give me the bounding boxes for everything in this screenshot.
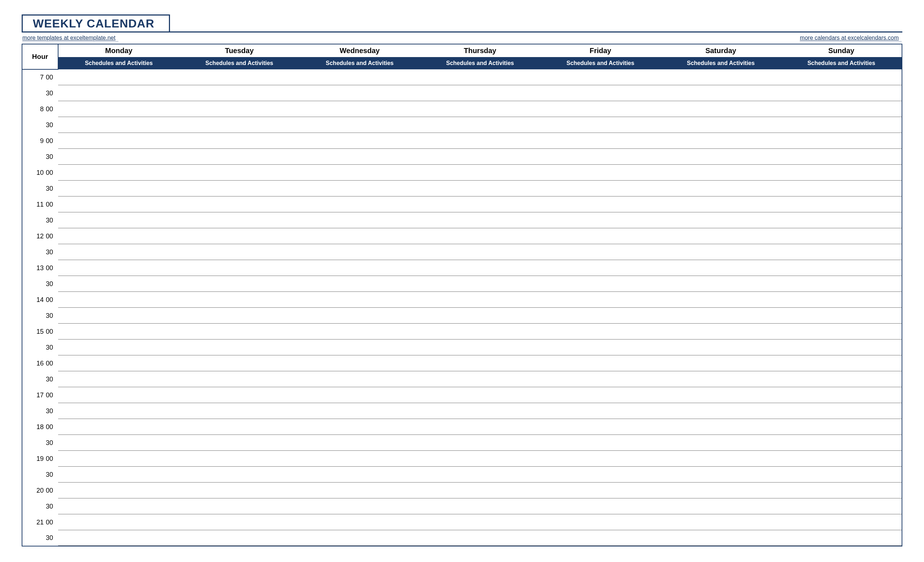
schedule-cell[interactable] (420, 467, 540, 482)
schedule-cell[interactable] (540, 260, 660, 276)
schedule-cell[interactable] (781, 149, 902, 165)
schedule-cell[interactable] (179, 165, 299, 180)
schedule-cell[interactable] (660, 403, 781, 419)
schedule-cell[interactable] (420, 85, 540, 101)
schedule-cell[interactable] (179, 435, 299, 451)
schedule-cell[interactable] (300, 435, 420, 451)
schedule-cell[interactable] (781, 451, 902, 467)
schedule-cell[interactable] (179, 244, 299, 260)
schedule-cell[interactable] (781, 180, 902, 197)
schedule-cell[interactable] (179, 467, 299, 482)
schedule-cell[interactable] (58, 308, 179, 324)
schedule-cell[interactable] (179, 149, 299, 165)
schedule-cell[interactable] (420, 101, 540, 117)
schedule-cell[interactable] (58, 482, 179, 499)
schedule-cell[interactable] (540, 340, 660, 355)
schedule-cell[interactable] (179, 228, 299, 244)
schedule-cell[interactable] (420, 228, 540, 244)
schedule-cell[interactable] (660, 340, 781, 355)
schedule-cell[interactable] (420, 133, 540, 149)
schedule-cell[interactable] (660, 244, 781, 260)
schedule-cell[interactable] (58, 228, 179, 244)
schedule-cell[interactable] (781, 133, 902, 149)
schedule-cell[interactable] (660, 482, 781, 499)
schedule-cell[interactable] (420, 355, 540, 371)
schedule-cell[interactable] (300, 355, 420, 371)
schedule-cell[interactable] (420, 435, 540, 451)
schedule-cell[interactable] (660, 419, 781, 435)
schedule-cell[interactable] (660, 308, 781, 324)
schedule-cell[interactable] (420, 260, 540, 276)
schedule-cell[interactable] (58, 419, 179, 435)
schedule-cell[interactable] (58, 355, 179, 371)
schedule-cell[interactable] (420, 499, 540, 514)
schedule-cell[interactable] (58, 165, 179, 180)
schedule-cell[interactable] (300, 180, 420, 197)
schedule-cell[interactable] (781, 371, 902, 387)
schedule-cell[interactable] (58, 133, 179, 149)
schedule-cell[interactable] (179, 482, 299, 499)
schedule-cell[interactable] (781, 387, 902, 403)
schedule-cell[interactable] (781, 435, 902, 451)
schedule-cell[interactable] (540, 197, 660, 212)
schedule-cell[interactable] (660, 467, 781, 482)
schedule-cell[interactable] (300, 133, 420, 149)
schedule-cell[interactable] (660, 85, 781, 101)
schedule-cell[interactable] (179, 419, 299, 435)
schedule-cell[interactable] (540, 308, 660, 324)
schedule-cell[interactable] (781, 403, 902, 419)
schedule-cell[interactable] (781, 482, 902, 499)
schedule-cell[interactable] (179, 355, 299, 371)
schedule-cell[interactable] (179, 451, 299, 467)
schedule-cell[interactable] (781, 499, 902, 514)
schedule-cell[interactable] (179, 514, 299, 530)
schedule-cell[interactable] (179, 292, 299, 308)
schedule-cell[interactable] (660, 133, 781, 149)
schedule-cell[interactable] (781, 530, 902, 546)
schedule-cell[interactable] (660, 530, 781, 546)
schedule-cell[interactable] (58, 260, 179, 276)
schedule-cell[interactable] (58, 499, 179, 514)
schedule-cell[interactable] (58, 149, 179, 165)
schedule-cell[interactable] (420, 212, 540, 228)
schedule-cell[interactable] (540, 387, 660, 403)
schedule-cell[interactable] (300, 324, 420, 340)
schedule-cell[interactable] (300, 85, 420, 101)
schedule-cell[interactable] (781, 324, 902, 340)
schedule-cell[interactable] (300, 117, 420, 133)
schedule-cell[interactable] (300, 419, 420, 435)
schedule-cell[interactable] (660, 260, 781, 276)
schedule-cell[interactable] (179, 101, 299, 117)
schedule-cell[interactable] (781, 467, 902, 482)
schedule-cell[interactable] (300, 101, 420, 117)
schedule-cell[interactable] (179, 530, 299, 546)
schedule-cell[interactable] (300, 228, 420, 244)
schedule-cell[interactable] (540, 149, 660, 165)
schedule-cell[interactable] (300, 69, 420, 85)
schedule-cell[interactable] (660, 499, 781, 514)
schedule-cell[interactable] (660, 514, 781, 530)
schedule-cell[interactable] (300, 212, 420, 228)
schedule-cell[interactable] (58, 212, 179, 228)
schedule-cell[interactable] (58, 403, 179, 419)
schedule-cell[interactable] (58, 387, 179, 403)
schedule-cell[interactable] (58, 244, 179, 260)
schedule-cell[interactable] (58, 514, 179, 530)
schedule-cell[interactable] (781, 228, 902, 244)
schedule-cell[interactable] (540, 101, 660, 117)
schedule-cell[interactable] (540, 244, 660, 260)
schedule-cell[interactable] (660, 276, 781, 292)
schedule-cell[interactable] (58, 197, 179, 212)
schedule-cell[interactable] (58, 117, 179, 133)
schedule-cell[interactable] (540, 133, 660, 149)
schedule-cell[interactable] (179, 69, 299, 85)
schedule-cell[interactable] (540, 451, 660, 467)
schedule-cell[interactable] (540, 403, 660, 419)
schedule-cell[interactable] (179, 499, 299, 514)
schedule-cell[interactable] (540, 530, 660, 546)
schedule-cell[interactable] (540, 165, 660, 180)
schedule-cell[interactable] (660, 101, 781, 117)
schedule-cell[interactable] (300, 482, 420, 499)
schedule-cell[interactable] (58, 69, 179, 85)
schedule-cell[interactable] (660, 355, 781, 371)
